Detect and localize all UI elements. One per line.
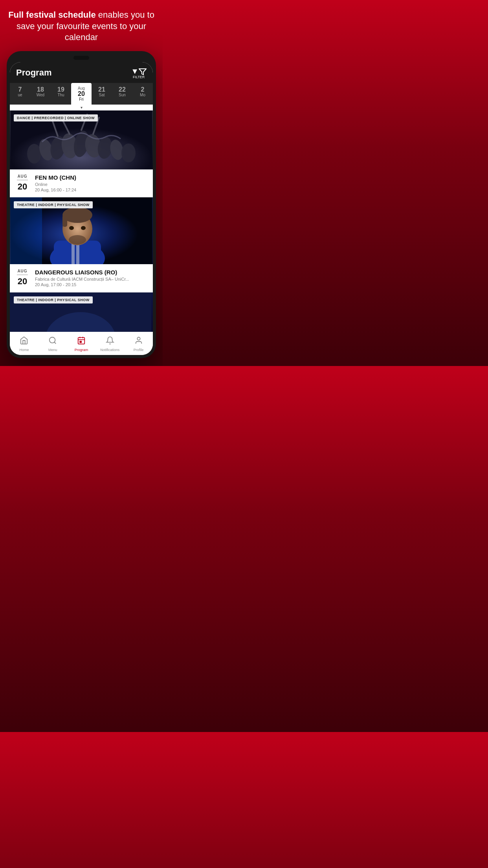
- event-details-dance: FEN MO (CHN) Online 20 Aug, 16:00 - 17:2…: [35, 174, 147, 192]
- event-time-dance: 20 Aug, 16:00 - 17:24: [35, 188, 147, 192]
- svg-point-25: [69, 235, 86, 245]
- svg-line-30: [54, 342, 56, 344]
- app-header: Program ▼ FILTER: [10, 62, 153, 83]
- hero-section: Full festival schedule enables you to sa…: [0, 0, 163, 51]
- nav-profile-label: Profile: [134, 348, 144, 352]
- event-card-theatre2[interactable]: THEATRE | INDOOR | PHYSICAL SHOW: [10, 292, 153, 332]
- event-location-theatre: Fabrica de Cultură IACM Construcții SA– …: [35, 277, 147, 281]
- filter-button[interactable]: ▼ FILTER: [131, 67, 147, 79]
- svg-point-29: [50, 337, 55, 343]
- event-image-theatre2-wrapper: THEATRE | INDOOR | PHYSICAL SHOW: [10, 292, 153, 332]
- home-icon: [20, 336, 28, 347]
- date-tab-21[interactable]: 21 Sat: [92, 83, 112, 105]
- calendar-icon: [77, 336, 86, 347]
- svg-rect-22: [62, 215, 67, 227]
- nav-notifications[interactable]: Notifications: [95, 332, 124, 355]
- date-tab-next[interactable]: 2 Mo: [132, 83, 153, 105]
- person-icon: [134, 336, 143, 347]
- filter-label: FILTER: [133, 75, 145, 79]
- filter-icon: ▼: [131, 67, 147, 76]
- event-tag-theatre: THEATRE | INDOOR | PHYSICAL SHOW: [14, 201, 93, 208]
- date-tab-arrow: ▾: [10, 105, 153, 110]
- event-title-theatre: DANGEROUS LIAISONS (RO): [35, 269, 147, 276]
- event-time-theatre: 20 Aug, 17:00 - 20:15: [35, 282, 147, 287]
- filter-funnel-icon: [139, 68, 147, 75]
- phone-notch: [73, 56, 89, 60]
- nav-home-label: Home: [19, 348, 29, 352]
- date-tab-17[interactable]: 7 ue: [10, 83, 30, 105]
- event-info-dance: AUG 20 FEN MO (CHN) Online 20 Aug, 16:00…: [10, 169, 153, 197]
- hero-bold: Full festival schedule: [8, 10, 96, 20]
- svg-point-24: [81, 226, 86, 230]
- svg-point-9: [121, 143, 136, 162]
- event-card-theatre[interactable]: THEATRE | INDOOR | PHYSICAL SHOW AUG 20 …: [10, 197, 153, 292]
- event-tag-dance: DANCE | PRERECORDED | ONLINE SHOW: [14, 114, 98, 121]
- event-details-theatre: DANGEROUS LIAISONS (RO) Fabrica de Cultu…: [35, 269, 147, 287]
- event-title-dance: FEN MO (CHN): [35, 174, 147, 181]
- svg-point-1: [27, 144, 41, 164]
- nav-menu-label: Menu: [48, 348, 57, 352]
- bell-icon: [106, 336, 114, 347]
- date-tab-20[interactable]: Aug 20 Fri: [71, 83, 92, 105]
- nav-profile[interactable]: Profile: [124, 332, 153, 355]
- event-tag-theatre2: THEATRE | INDOOR | PHYSICAL SHOW: [14, 296, 93, 303]
- event-date-dance: AUG 20: [15, 174, 29, 192]
- phone-screen: Program ▼ FILTER 7 ue 18 Wed 19 Thu: [10, 62, 153, 355]
- event-date-theatre: AUG 20: [15, 269, 29, 287]
- event-info-theatre: AUG 20 DANGEROUS LIAISONS (RO) Fabrica d…: [10, 264, 153, 292]
- nav-notifications-label: Notifications: [100, 348, 119, 352]
- date-tabs: 7 ue 18 Wed 19 Thu Aug 20 Fri 21 Sat: [10, 83, 153, 105]
- nav-program[interactable]: Program: [67, 332, 96, 355]
- event-image-theatre: THEATRE | INDOOR | PHYSICAL SHOW: [10, 197, 153, 264]
- event-location-dance: Online: [35, 182, 147, 187]
- svg-point-36: [137, 337, 140, 340]
- event-card-dance[interactable]: DANCE | PRERECORDED | ONLINE SHOW AUG 20…: [10, 110, 153, 197]
- bottom-nav: Home Menu: [10, 332, 153, 355]
- nav-program-label: Program: [75, 348, 88, 352]
- date-tab-19[interactable]: 19 Thu: [51, 83, 71, 105]
- nav-menu[interactable]: Menu: [39, 332, 67, 355]
- app-title: Program: [16, 68, 51, 78]
- date-tab-18[interactable]: 18 Wed: [30, 83, 51, 105]
- search-icon: [48, 336, 57, 347]
- nav-home[interactable]: Home: [10, 332, 39, 355]
- event-image-dance: DANCE | PRERECORDED | ONLINE SHOW: [10, 110, 153, 169]
- svg-point-23: [69, 226, 74, 230]
- date-tab-22[interactable]: 22 Sun: [112, 83, 132, 105]
- svg-rect-35: [80, 341, 81, 343]
- phone-mockup: Program ▼ FILTER 7 ue 18 Wed 19 Thu: [7, 51, 156, 359]
